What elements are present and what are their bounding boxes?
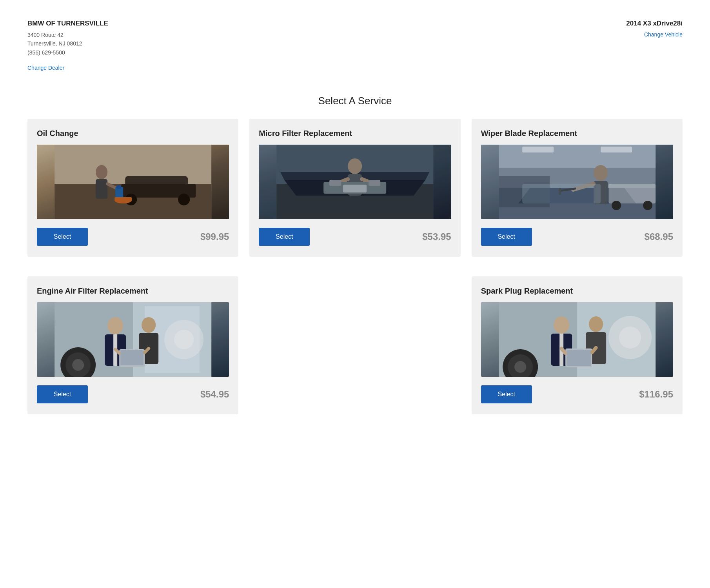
svg-point-29 [594, 165, 608, 181]
svg-point-44 [72, 359, 84, 371]
svg-point-58 [503, 349, 538, 377]
svg-point-61 [554, 316, 569, 334]
select-button-engine-filter[interactable]: Select [37, 385, 88, 403]
service-price-spark-plug: $116.95 [639, 389, 673, 400]
svg-rect-3 [121, 184, 196, 198]
service-title-oil-change: Oil Change [37, 128, 229, 138]
svg-point-43 [65, 352, 91, 377]
vehicle-name: 2014 X3 xDrive28i [626, 20, 683, 27]
card-bottom-engine-filter: Select $54.95 [37, 385, 229, 403]
svg-line-68 [561, 348, 565, 353]
svg-rect-67 [567, 350, 591, 366]
svg-line-32 [559, 189, 575, 191]
service-price-engine-filter: $54.95 [200, 389, 229, 400]
service-title-micro-filter: Micro Filter Replacement [259, 128, 451, 138]
svg-rect-2 [125, 176, 188, 196]
svg-rect-62 [551, 334, 572, 366]
change-dealer-link[interactable]: Change Dealer [27, 65, 64, 71]
svg-rect-12 [114, 197, 132, 200]
svg-rect-33 [559, 188, 561, 195]
vehicle-info: 2014 X3 xDrive28i Change Vehicle [626, 20, 683, 71]
service-image-spark-plug [481, 302, 673, 377]
service-image-wiper-blade [481, 145, 673, 219]
dealer-phone: (856) 629-5500 [27, 49, 65, 56]
service-card-engine-filter: Engine Air Filter Replacement [27, 276, 238, 414]
svg-rect-35 [522, 184, 601, 203]
svg-rect-28 [499, 188, 656, 219]
svg-point-5 [178, 194, 190, 205]
service-image-oil-change [37, 145, 229, 219]
svg-rect-20 [323, 182, 386, 194]
svg-rect-40 [133, 302, 211, 377]
svg-rect-15 [276, 184, 433, 219]
dealer-info: BMW OF TURNERSVILLE 3400 Route 42 Turner… [27, 20, 108, 71]
svg-point-42 [60, 347, 96, 377]
svg-point-59 [508, 354, 533, 377]
select-button-wiper-blade[interactable]: Select [481, 228, 532, 246]
svg-line-53 [145, 348, 149, 352]
svg-point-55 [174, 330, 194, 349]
dealer-address-line1: 3400 Route 42 [27, 32, 64, 38]
change-vehicle-link[interactable]: Change Vehicle [644, 31, 683, 38]
svg-rect-46 [105, 334, 126, 366]
page-title: Select A Service [0, 95, 710, 107]
svg-rect-13 [276, 145, 433, 219]
svg-rect-9 [115, 187, 123, 198]
select-button-oil-change[interactable]: Select [37, 228, 88, 246]
svg-rect-63 [559, 334, 563, 366]
svg-point-70 [608, 316, 652, 359]
svg-rect-39 [54, 302, 211, 377]
card-bottom-oil-change: Select $99.95 [37, 228, 229, 246]
svg-rect-26 [522, 147, 554, 152]
service-price-oil-change: $99.95 [200, 231, 229, 242]
svg-line-52 [115, 349, 119, 353]
svg-rect-50 [119, 349, 145, 367]
card-bottom-spark-plug: Select $116.95 [481, 385, 673, 403]
svg-rect-56 [499, 302, 656, 377]
svg-line-69 [592, 348, 596, 352]
svg-point-11 [114, 197, 132, 203]
service-price-micro-filter: $53.95 [422, 231, 451, 242]
svg-rect-34 [499, 176, 550, 207]
service-card-empty [249, 276, 460, 414]
dealer-address-line2: Turnersville, NJ 08012 [27, 40, 82, 47]
svg-rect-27 [601, 147, 632, 152]
svg-rect-22 [369, 180, 380, 186]
svg-rect-7 [96, 179, 107, 199]
service-card-wiper-blade: Wiper Blade Replacement [472, 119, 683, 257]
svg-rect-25 [499, 145, 656, 168]
svg-line-31 [573, 184, 594, 190]
card-bottom-micro-filter: Select $53.95 [259, 228, 451, 246]
svg-point-38 [643, 201, 652, 210]
svg-rect-14 [276, 145, 433, 184]
service-title-spark-plug: Spark Plug Replacement [481, 286, 673, 296]
service-price-wiper-blade: $68.95 [645, 231, 673, 242]
service-title-wiper-blade: Wiper Blade Replacement [481, 128, 673, 138]
svg-point-54 [164, 320, 203, 359]
svg-rect-17 [348, 174, 362, 196]
svg-point-64 [589, 316, 603, 332]
svg-point-16 [348, 158, 362, 174]
svg-point-4 [125, 194, 137, 205]
svg-rect-65 [586, 332, 606, 364]
service-card-oil-change: Oil Change [27, 119, 238, 257]
svg-point-45 [107, 317, 123, 334]
header: BMW OF TURNERSVILLE 3400 Route 42 Turner… [0, 0, 710, 83]
svg-rect-0 [54, 145, 211, 219]
svg-line-19 [362, 179, 378, 186]
svg-line-18 [331, 179, 348, 186]
svg-rect-47 [113, 334, 117, 366]
svg-rect-49 [139, 333, 158, 364]
svg-point-6 [96, 165, 107, 179]
svg-point-71 [619, 327, 641, 348]
select-button-micro-filter[interactable]: Select [259, 228, 310, 246]
svg-rect-23 [343, 185, 367, 192]
services-grid-row1: Oil Change [0, 119, 710, 276]
svg-rect-30 [594, 181, 608, 204]
svg-rect-57 [577, 302, 656, 377]
svg-rect-10 [116, 185, 121, 189]
svg-rect-36 [608, 184, 656, 203]
service-card-micro-filter: Micro Filter Replacement [249, 119, 460, 257]
select-button-spark-plug[interactable]: Select [481, 385, 532, 403]
svg-rect-66 [565, 348, 592, 367]
